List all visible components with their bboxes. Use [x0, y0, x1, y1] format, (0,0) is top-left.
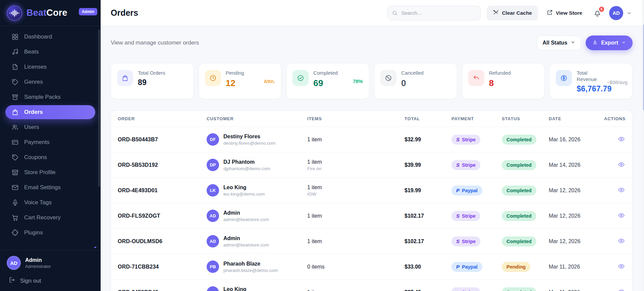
sidebar: BeatCore Admin DashboardBeatsLicensesGen…: [0, 0, 101, 291]
order-total: $32.99: [405, 137, 451, 143]
customer-cell: LKLeo Kingleo.king@demo.com: [207, 184, 307, 197]
brand: BeatCore Admin: [0, 0, 101, 26]
payment-cell: SStripe: [451, 135, 502, 145]
items-cell: 0 items: [307, 264, 405, 270]
avatar: LK: [207, 286, 219, 291]
sidebar-item-label: Voice Tags: [24, 199, 52, 206]
top-bar: Orders Clear Cache: [101, 0, 644, 26]
music-note-icon: [11, 48, 19, 56]
view-order-button[interactable]: [617, 135, 626, 144]
clear-cache-label: Clear Cache: [502, 10, 532, 16]
order-id: ORD-FLS9ZOGT: [118, 213, 207, 219]
shopping-bag-icon: [11, 108, 19, 116]
payment-cell: PPaypal: [451, 186, 502, 196]
sidebar-item-coupons[interactable]: Coupons: [5, 150, 95, 164]
payment-logo-icon: P: [456, 264, 460, 270]
sidebar-item-licenses[interactable]: Licenses: [5, 60, 95, 74]
sidebar-item-payments[interactable]: Payments: [5, 135, 95, 149]
sidebar-item-label: Dashboard: [24, 33, 52, 40]
status-cell: Pending: [502, 262, 549, 272]
toolbar: View and manage customer orders All Stat…: [111, 35, 633, 51]
order-date: Mar 12, 2026: [549, 188, 604, 194]
notification-count-badge: 6: [598, 6, 605, 12]
cart-icon: [11, 214, 19, 221]
view-order-button[interactable]: [617, 237, 626, 246]
stat-label: Pending: [226, 70, 244, 76]
avatar[interactable]: AD: [609, 6, 623, 20]
view-order-button[interactable]: [617, 160, 626, 170]
sidebar-item-sample-packs[interactable]: Sample Packs: [5, 90, 95, 104]
sign-out-button[interactable]: Sign out: [6, 273, 95, 288]
order-id: ORD-84F2BD42: [118, 289, 207, 291]
sidebar-item-cart-recovery[interactable]: Cart Recovery: [5, 211, 95, 225]
content: View and manage customer orders All Stat…: [101, 26, 644, 291]
envelope-icon: [11, 184, 19, 191]
sidebar-item-dashboard[interactable]: Dashboard: [5, 30, 95, 44]
shopping-bag-icon: [117, 70, 133, 86]
status-filter-dropdown[interactable]: All Status: [537, 35, 581, 50]
customer-name: Destiny Flores: [223, 134, 275, 140]
column-header-items: ITEMS: [307, 116, 405, 121]
status-cell: Completed: [502, 160, 549, 170]
stat-value: 12: [226, 78, 244, 88]
avatar: LK: [207, 184, 219, 197]
payment-logo-icon: S: [456, 213, 460, 219]
sidebar-item-label: Users: [24, 124, 39, 131]
page-scrollbar[interactable]: [642, 0, 644, 291]
table-header-row: ORDERCUSTOMERITEMSTOTALPAYMENTSTATUSDATE…: [111, 111, 632, 127]
payment-logo-icon: S: [456, 137, 460, 142]
payment-badge: SStripe: [451, 211, 480, 221]
sidebar-item-store-profile[interactable]: Store Profile: [5, 165, 95, 179]
status-cell: Completed: [502, 287, 549, 291]
sidebar-item-voice-tags[interactable]: Voice Tags: [5, 196, 95, 210]
chevron-down-icon[interactable]: [627, 10, 632, 16]
chevron-down-icon: [571, 40, 575, 46]
user-profile[interactable]: AD Admin Administrator: [6, 254, 95, 273]
order-id: ORD-4E493D01: [118, 188, 207, 194]
status-badge: Completed: [502, 211, 536, 221]
view-store-button[interactable]: View Store: [547, 9, 582, 17]
sidebar-item-orders[interactable]: Orders: [5, 105, 95, 119]
sidebar-item-users[interactable]: Users: [5, 120, 95, 134]
tag-icon: [11, 154, 19, 161]
stat-extra: ~$98/avg: [607, 79, 628, 85]
items-cell: 1 item: [307, 289, 405, 291]
stat-value: 89: [138, 78, 165, 87]
stat-value: 69: [313, 78, 338, 88]
orders-table: ORDERCUSTOMERITEMSTOTALPAYMENTSTATUSDATE…: [111, 111, 633, 291]
eye-icon: [618, 215, 625, 220]
external-link-icon: [547, 9, 553, 17]
sidebar-item-label: Sample Packs: [24, 94, 61, 100]
payment-cell: SStripe: [451, 236, 502, 246]
sidebar-item-genres[interactable]: Genres: [5, 75, 95, 89]
view-order-button[interactable]: [617, 211, 626, 221]
column-header-total: TOTAL: [405, 116, 451, 121]
app-root: BeatCore Admin DashboardBeatsLicensesGen…: [0, 0, 644, 291]
export-button[interactable]: Export: [586, 35, 633, 50]
stat-extra: 78%: [353, 78, 363, 84]
sidebar-item-email-settings[interactable]: Email Settings: [5, 180, 95, 195]
sidebar-item-plugins[interactable]: Plugins: [5, 226, 95, 240]
view-order-button[interactable]: [617, 288, 626, 291]
payment-badge: SStripe: [451, 236, 480, 246]
check-circle-icon: [292, 70, 309, 86]
items-detail: Fire on: [307, 166, 405, 171]
view-store-label: View Store: [556, 10, 582, 16]
view-order-button[interactable]: [617, 262, 626, 272]
customer-cell: PBPharaoh Blazepharaoh.blaze@demo.com: [207, 261, 307, 273]
clear-cache-button[interactable]: Clear Cache: [487, 6, 538, 20]
brand-logo-icon: [7, 5, 22, 21]
payment-cell: SStripe: [451, 211, 502, 221]
avatar: AD: [7, 256, 21, 270]
sidebar-item-beats[interactable]: Beats: [5, 45, 95, 59]
payment-badge: SStripe: [451, 135, 480, 145]
box-icon: [11, 93, 19, 101]
customer-cell: ADAdminadmin@beatstore.com: [207, 210, 307, 222]
sign-out-label: Sign out: [20, 278, 41, 284]
notifications-button[interactable]: 6: [593, 9, 602, 17]
top-bar-actions: Clear Cache View Store: [387, 6, 632, 20]
search-input[interactable]: [387, 6, 481, 20]
view-order-button[interactable]: [617, 186, 626, 195]
stat-label: Total Revenue: [577, 70, 605, 83]
sidebar-scrollbar[interactable]: [98, 29, 100, 187]
